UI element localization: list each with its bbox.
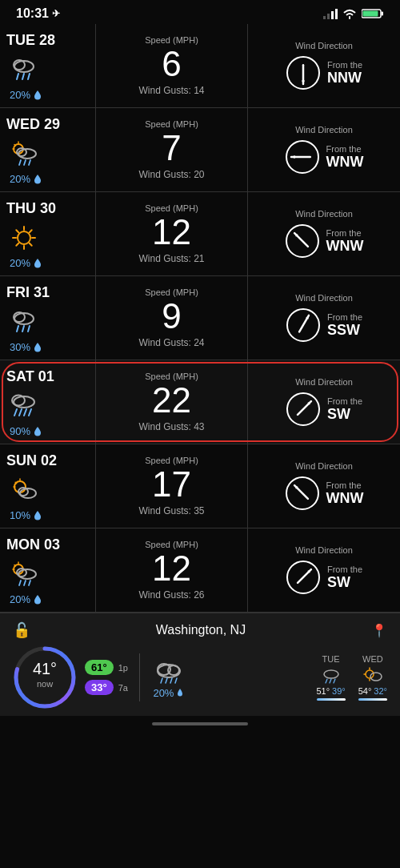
mini-wed-temp-bar [358, 698, 387, 701]
direction-thu: WNW [326, 238, 364, 255]
divider [139, 653, 140, 701]
svg-line-22 [24, 160, 26, 165]
svg-point-88 [324, 670, 338, 678]
svg-line-90 [330, 679, 331, 683]
location-name: Washington, NJ [156, 623, 246, 637]
direction-sun: WNW [326, 490, 364, 507]
today-weather-icon [151, 657, 186, 684]
day-cell-fri: FRI 31 30% [0, 276, 96, 360]
wind-dir-label-wed: Wind Direction [295, 125, 353, 135]
mini-tue-temp-bar [317, 698, 346, 701]
wind-arrow-tue [286, 55, 321, 90]
svg-line-9 [17, 74, 18, 79]
wind-dir-label-thu: Wind Direction [295, 209, 353, 219]
temp-ring: 41° now [13, 645, 77, 709]
weather-icon-wed [10, 139, 38, 168]
day-cell-mon: MON 03 20% [0, 528, 96, 612]
mini-day-name-tue: TUE [322, 654, 340, 664]
precip-row-tue: 20% [10, 89, 42, 101]
precip-row-mon: 20% [10, 593, 42, 605]
svg-point-27 [18, 231, 30, 244]
status-icons [323, 8, 384, 19]
wind-cell-tue: Wind Direction From the NNW [248, 24, 400, 107]
battery-icon [362, 8, 384, 19]
today-weather: 20% [151, 657, 186, 699]
svg-line-87 [175, 678, 177, 683]
wind-arrow-thu [285, 223, 320, 259]
wind-dir-label-fri: Wind Direction [295, 293, 353, 303]
weather-icon-mon [10, 560, 38, 589]
day-label-sun: SUN 02 [6, 452, 57, 469]
speed-cell-sun: Speed (MPH) 17 Wind Gusts: 35 [96, 444, 248, 528]
lo-badge: 33° [85, 680, 114, 695]
location-arrow-icon: ✈ [52, 8, 60, 19]
mini-wed-temps: 54° 32° [358, 686, 387, 696]
day-cell-sat: SAT 01 90% [0, 360, 96, 444]
weather-icon-fri [10, 307, 38, 336]
precip-row-sat: 90% [10, 425, 42, 437]
precip-row-fri: 30% [10, 341, 42, 353]
row-wrapper-sun: SUN 02 10% Speed (MPH) 17 Wind Gusts: 35… [0, 444, 400, 528]
from-the-tue: From the [327, 60, 362, 70]
status-time: 10:31 [16, 6, 49, 21]
bottom-bar: 🔓 Washington, NJ 📍 41° now [0, 613, 400, 716]
svg-line-84 [161, 678, 162, 683]
wind-cell-wed: Wind Direction From the WNW [248, 108, 400, 191]
from-the-fri: From the [327, 312, 362, 322]
svg-line-86 [170, 678, 172, 683]
from-the-sat: From the [327, 396, 362, 406]
day-cell-sun: SUN 02 10% [0, 444, 96, 528]
svg-line-33 [30, 243, 32, 246]
svg-line-35 [16, 243, 18, 246]
row-wrapper-wed: WED 29 20% Speed (MPH) 7 Wind Gusts: 20 … [0, 108, 400, 192]
svg-line-32 [16, 230, 18, 232]
gusts-label-sun: Wind Gusts: 35 [138, 505, 204, 516]
mini-wed-icon [362, 666, 384, 684]
weather-icon-sat [10, 392, 38, 420]
svg-line-85 [166, 678, 167, 683]
svg-rect-1 [327, 14, 330, 19]
day-label-wed: WED 29 [6, 116, 60, 133]
gusts-label-thu: Wind Gusts: 21 [138, 253, 204, 264]
svg-rect-0 [323, 16, 326, 19]
wind-cell-fri: Wind Direction From the SSW [248, 276, 400, 360]
svg-line-10 [22, 74, 24, 79]
svg-rect-5 [382, 12, 384, 16]
weather-icon-tue [10, 55, 38, 84]
row-wrapper-thu: THU 30 20% Speed (MPH) 12 Wind Gusts: 21… [0, 192, 400, 276]
svg-line-34 [30, 230, 32, 232]
speed-cell-sat: Speed (MPH) 22 Wind Gusts: 43 [96, 360, 248, 444]
day-label-mon: MON 03 [6, 536, 60, 553]
day-label-fri: FRI 31 [6, 284, 50, 301]
speed-value-thu: 12 [152, 215, 191, 250]
row-wrapper-mon: MON 03 20% Speed (MPH) 12 Wind Gusts: 26… [0, 528, 400, 613]
today-rain-icon [176, 688, 184, 697]
from-the-thu: From the [326, 228, 364, 238]
precip-row-thu: 20% [10, 257, 42, 269]
svg-line-41 [17, 326, 18, 332]
svg-line-23 [29, 160, 30, 165]
weather-table: TUE 28 20% Speed (MPH) 6 Wind Gusts: 14 … [0, 24, 400, 613]
speed-value-fri: 9 [162, 299, 181, 334]
gusts-label-fri: Wind Gusts: 24 [138, 337, 204, 348]
lock-icon: 🔓 [13, 621, 30, 639]
precip-row-sun: 10% [10, 509, 42, 521]
weather-icon-thu [10, 223, 38, 252]
svg-line-59 [15, 482, 16, 483]
wind-cell-sun: Wind Direction From the WNW [248, 444, 400, 528]
lo-label: 7a [118, 683, 128, 693]
speed-cell-thu: Speed (MPH) 12 Wind Gusts: 21 [96, 192, 248, 275]
wind-arrow-mon [286, 560, 321, 595]
from-the-wed: From the [326, 144, 364, 154]
svg-rect-6 [363, 11, 378, 17]
day-cell-tue: TUE 28 20% [0, 24, 96, 107]
svg-line-52 [29, 409, 31, 416]
svg-line-21 [19, 160, 21, 165]
speed-cell-tue: Speed (MPH) 6 Wind Gusts: 14 [96, 24, 248, 107]
svg-line-43 [28, 326, 30, 332]
speed-value-wed: 7 [162, 131, 181, 166]
row-wrapper-fri: FRI 31 30% Speed (MPH) 9 Wind Gusts: 24 … [0, 276, 400, 360]
gusts-label-mon: Wind Gusts: 26 [138, 589, 204, 601]
mini-tue-icon [320, 666, 342, 684]
svg-line-11 [28, 74, 30, 79]
